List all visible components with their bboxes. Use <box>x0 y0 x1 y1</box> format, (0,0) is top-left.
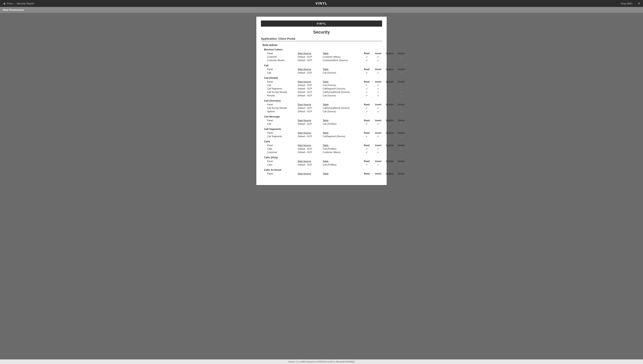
read-header: Read <box>361 144 372 147</box>
panel-header-row: PanelData SourceTableReadInsertUpdateDel… <box>264 144 382 147</box>
table-row: Call Survey ResultsDefault - GCPCallSurv… <box>264 90 382 94</box>
table-row: CallDefault - GCPCall (Source)✔✔✔✔ <box>264 84 382 87</box>
update-header: Update <box>384 103 395 106</box>
delete-check: ✔ <box>395 59 407 62</box>
back-arrow-icon[interactable]: ◀ <box>3 2 5 5</box>
table-header: Table <box>323 172 361 175</box>
groups-container: Blocked CallersPanelData SourceTableRead… <box>261 48 382 176</box>
report-header-bar: VINYL <box>261 20 382 27</box>
insert-check: ✔ <box>372 94 384 97</box>
read-header: Read <box>361 52 372 55</box>
row-table: CallSurveyResult (Source) <box>323 107 361 110</box>
read-check: ✔ <box>361 147 372 150</box>
roles-link[interactable]: Roles <box>7 2 13 5</box>
hamburger-menu-icon[interactable]: ≡ <box>638 2 640 6</box>
nav-separator: | <box>15 2 15 5</box>
insert-check: ✔ <box>372 84 384 87</box>
insert-check: ✔ <box>372 151 384 154</box>
insert-header: Insert <box>372 172 384 175</box>
row-table: Call (Profiles) <box>323 148 361 150</box>
update-header: Update <box>384 160 395 163</box>
perm-group-name: Calls <box>264 140 382 143</box>
delete-header: Delete <box>395 103 407 106</box>
panel-header-row: PanelData SourceTableReadInsertUpdateDel… <box>264 172 382 176</box>
insert-header: Insert <box>372 144 384 147</box>
read-check: ✔ <box>361 106 372 110</box>
delete-header: Delete <box>395 172 407 175</box>
update-header: Update <box>384 68 395 71</box>
insert-check: ✔ <box>372 163 384 166</box>
table-header: Table <box>323 103 361 106</box>
table-header: Table <box>323 132 361 134</box>
delete-header: Delete <box>395 68 407 71</box>
update-check: ✔ <box>384 110 395 113</box>
read-header: Read <box>361 80 372 83</box>
row-datasource: Default - GCP <box>298 94 323 97</box>
data-source-header: Data Source <box>298 80 323 83</box>
report-title: Security <box>261 30 382 35</box>
row-datasource: Default - GCP <box>298 107 323 110</box>
row-datasource: Default - GCP <box>298 151 323 154</box>
panel-label: Panel <box>267 80 298 83</box>
row-datasource: Default - GCP <box>298 59 323 62</box>
current-page-label: Security Report <box>17 2 34 5</box>
table-row: Call SegmentsDefault - GCPCallSegment (S… <box>264 135 382 138</box>
insert-check: ✔ <box>372 106 384 110</box>
perm-group: Call (Surveys)PanelData SourceTableReadI… <box>261 99 382 113</box>
row-name: Call Survey Results <box>267 91 298 94</box>
panel-label: Panel <box>267 132 298 134</box>
update-header: Update <box>384 119 395 122</box>
row-table: CallSegment (Source) <box>323 87 361 90</box>
table-row: CustomerDefault - GCPCustomer (Menu)✔✔✔✔ <box>264 150 382 154</box>
insert-header: Insert <box>372 52 384 55</box>
update-check: ✔ <box>384 84 395 87</box>
update-check: ✔ <box>384 87 395 90</box>
perm-group: Calls (Only)PanelData SourceTableReadIns… <box>261 156 382 166</box>
update-header: Update <box>384 80 395 83</box>
row-datasource: Default - GCP <box>298 56 323 58</box>
update-check: ✔ <box>384 122 395 126</box>
row-name: Call Segments <box>267 87 298 90</box>
perm-group-name: Blocked Callers <box>264 48 382 51</box>
read-check: ✔ <box>361 87 372 90</box>
data-source-header: Data Source <box>298 144 323 147</box>
insert-header: Insert <box>372 68 384 71</box>
nav-right: Vinyl (IDE) | ≡ <box>620 2 640 6</box>
row-table: CustomerBlock (Source) <box>323 59 361 62</box>
panel-label: Panel <box>267 103 298 106</box>
update-check: ✔ <box>384 106 395 110</box>
perm-group-name: Call Message <box>264 115 382 118</box>
row-table: CallSegment (Source) <box>323 135 361 138</box>
row-datasource: Default - GCP <box>298 122 323 125</box>
row-name: Options <box>267 110 298 113</box>
row-datasource: Default - GCP <box>298 72 323 74</box>
read-check: ✔ <box>361 122 372 126</box>
table-header: Table <box>323 119 361 122</box>
row-name: Call Survey Results <box>267 107 298 110</box>
table-row: ResultsDefault - GCPCall (Source)✔✔✔✔ <box>264 94 382 97</box>
row-name: Call <box>267 122 298 125</box>
perm-group: Calls ArchivedPanelData SourceTableReadI… <box>261 168 382 176</box>
row-table: Call (Source) <box>323 110 361 113</box>
delete-check: ✔ <box>395 90 407 94</box>
insert-header: Insert <box>372 103 384 106</box>
read-header: Read <box>361 160 372 163</box>
data-source-header: Data Source <box>298 52 323 55</box>
sub-header: Role Permissions <box>0 7 643 13</box>
read-check: ✔ <box>361 55 372 58</box>
perm-group: Call (Detail)PanelData SourceTableReadIn… <box>261 76 382 97</box>
row-datasource: Default - GCP <box>298 87 323 90</box>
panel-header-row: PanelData SourceTableReadInsertUpdateDel… <box>264 119 382 122</box>
perm-group: CallPanelData SourceTableReadInsertUpdat… <box>261 64 382 74</box>
table-row: CustomerDefault - GCPCustomer (Menu)✔✔✔✔ <box>264 55 382 58</box>
panel-header-row: PanelData SourceTableReadInsertUpdateDel… <box>264 103 382 106</box>
delete-header: Delete <box>395 52 407 55</box>
data-source-header: Data Source <box>298 103 323 106</box>
delete-header: Delete <box>395 160 407 163</box>
main-area: VINYL Security Application: Client Porta… <box>0 13 643 189</box>
update-check: ✔ <box>384 90 395 94</box>
insert-header: Insert <box>372 132 384 134</box>
perm-group-name: Call <box>264 64 382 67</box>
row-datasource: Default - GCP <box>298 135 323 138</box>
data-source-header: Data Source <box>298 119 323 122</box>
